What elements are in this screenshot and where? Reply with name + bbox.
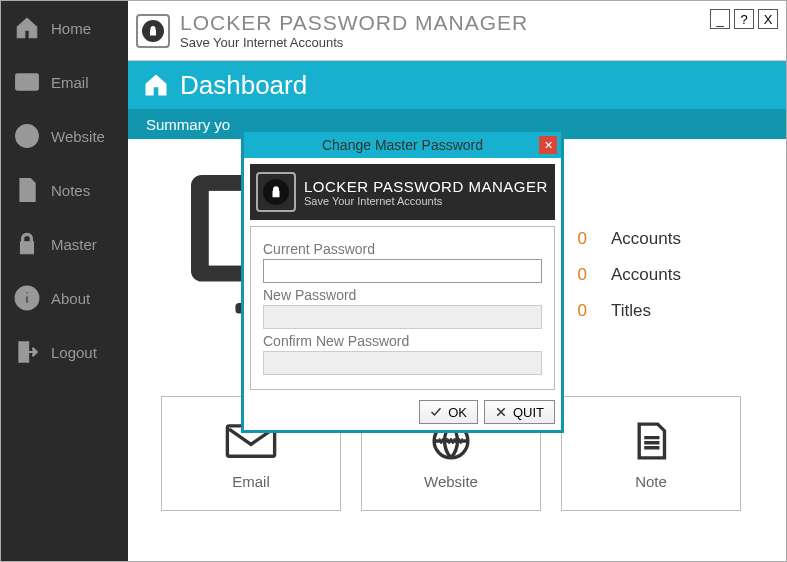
lock-icon — [256, 172, 296, 212]
app-subtitle: Save Your Internet Accounts — [180, 35, 528, 50]
stat-count: 0 — [571, 301, 587, 321]
stat-row: 0Accounts — [571, 257, 681, 293]
sidebar-item-notes[interactable]: Notes — [1, 163, 128, 217]
globe-icon — [13, 122, 41, 150]
dialog-header-title: LOCKER PASSWORD MANAGER — [304, 178, 548, 195]
sidebar-item-email[interactable]: Email — [1, 55, 128, 109]
note-icon — [624, 417, 678, 465]
card-note[interactable]: Note — [561, 396, 741, 511]
sidebar-item-label: Home — [51, 20, 91, 37]
check-icon — [430, 406, 442, 418]
sidebar-item-label: Website — [51, 128, 105, 145]
ok-button-label: OK — [448, 405, 467, 420]
minimize-button[interactable]: _ — [710, 9, 730, 29]
app-title: LOCKER PASSWORD MANAGER — [180, 11, 528, 35]
sidebar-item-label: Master — [51, 236, 97, 253]
stat-label: Accounts — [611, 229, 681, 249]
sidebar-item-about[interactable]: About — [1, 271, 128, 325]
stat-label: Accounts — [611, 265, 681, 285]
card-label: Note — [635, 473, 667, 490]
logout-icon — [13, 338, 41, 366]
stats-list: 0Accounts 0Accounts 0Titles — [571, 221, 681, 329]
dialog-titlebar: Change Master Password ✕ — [244, 132, 561, 158]
close-button[interactable]: X — [758, 9, 778, 29]
x-icon — [495, 406, 507, 418]
confirm-password-input[interactable] — [263, 351, 542, 375]
sidebar-item-label: Notes — [51, 182, 90, 199]
card-label: Website — [424, 473, 478, 490]
new-password-label: New Password — [263, 287, 542, 303]
hero-banner: Dashboard — [128, 61, 786, 109]
page-title: Dashboard — [180, 70, 307, 101]
current-password-label: Current Password — [263, 241, 542, 257]
stat-count: 0 — [571, 229, 587, 249]
quit-button-label: QUIT — [513, 405, 544, 420]
email-icon — [13, 68, 41, 96]
card-label: Email — [232, 473, 270, 490]
help-button[interactable]: ? — [734, 9, 754, 29]
new-password-input[interactable] — [263, 305, 542, 329]
topbar: LOCKER PASSWORD MANAGER Save Your Intern… — [128, 1, 786, 61]
dialog-body: Current Password New Password Confirm Ne… — [250, 226, 555, 390]
stat-label: Titles — [611, 301, 651, 321]
lock-icon — [13, 230, 41, 258]
quit-button[interactable]: QUIT — [484, 400, 555, 424]
notes-icon — [13, 176, 41, 204]
dialog-footer: OK QUIT — [244, 396, 561, 430]
sidebar-item-website[interactable]: Website — [1, 109, 128, 163]
current-password-input[interactable] — [263, 259, 542, 283]
dialog-close-button[interactable]: ✕ — [539, 136, 557, 154]
svg-rect-3 — [26, 296, 28, 304]
sidebar-item-logout[interactable]: Logout — [1, 325, 128, 379]
change-master-password-dialog: Change Master Password ✕ LOCKER PASSWORD… — [241, 129, 564, 433]
stat-row: 0Titles — [571, 293, 681, 329]
confirm-password-label: Confirm New Password — [263, 333, 542, 349]
ok-button[interactable]: OK — [419, 400, 478, 424]
info-icon — [13, 284, 41, 312]
dialog-title-text: Change Master Password — [322, 137, 483, 153]
sidebar-item-home[interactable]: Home — [1, 1, 128, 55]
app-logo — [136, 14, 170, 48]
dialog-header: LOCKER PASSWORD MANAGER Save Your Intern… — [250, 164, 555, 220]
home-icon — [13, 14, 41, 42]
sidebar-item-label: About — [51, 290, 90, 307]
sidebar-item-master[interactable]: Master — [1, 217, 128, 271]
svg-rect-4 — [26, 292, 28, 294]
sidebar-item-label: Email — [51, 74, 89, 91]
dialog-header-subtitle: Save Your Internet Accounts — [304, 195, 548, 207]
svg-text:WWW: WWW — [439, 436, 463, 446]
home-icon — [142, 71, 170, 99]
sidebar: Home Email Website Notes Master About Lo… — [1, 1, 128, 561]
sidebar-item-label: Logout — [51, 344, 97, 361]
stat-row: 0Accounts — [571, 221, 681, 257]
stat-count: 0 — [571, 265, 587, 285]
